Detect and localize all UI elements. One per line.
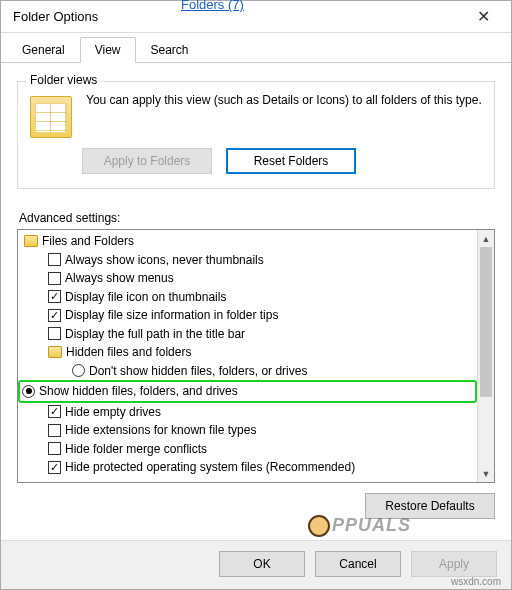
tree-group-hidden: Hidden files and folders bbox=[20, 343, 477, 362]
checkbox-icon[interactable] bbox=[48, 272, 61, 285]
tree-item[interactable]: Always show icons, never thumbnails bbox=[20, 251, 477, 270]
tree-item[interactable]: Display the full path in the title bar bbox=[20, 325, 477, 344]
tab-view[interactable]: View bbox=[80, 37, 136, 63]
scroll-thumb[interactable] bbox=[480, 247, 492, 397]
tree-item-label: Always show icons, never thumbnails bbox=[65, 251, 264, 270]
folder-views-description: You can apply this view (such as Details… bbox=[86, 92, 484, 108]
tree-item-label: Hide empty drives bbox=[65, 403, 161, 422]
checkbox-icon[interactable] bbox=[48, 327, 61, 340]
tabstrip: General View Search bbox=[1, 33, 511, 63]
tree-item[interactable]: ✓ Display file icon on thumbnails bbox=[20, 288, 477, 307]
radio-icon[interactable] bbox=[72, 364, 85, 377]
folder-icon bbox=[48, 346, 62, 358]
scroll-track[interactable] bbox=[478, 247, 494, 465]
tab-content: Folder views You can apply this view (su… bbox=[1, 63, 511, 527]
advanced-settings-tree: Files and Folders Always show icons, nev… bbox=[17, 229, 495, 483]
tree-item-label: Hide extensions for known file types bbox=[65, 421, 256, 440]
tree-item-label: Display the full path in the title bar bbox=[65, 325, 245, 344]
tab-general[interactable]: General bbox=[7, 37, 80, 62]
checkbox-icon[interactable]: ✓ bbox=[48, 405, 61, 418]
tree-item[interactable]: ✓ Hide empty drives bbox=[20, 403, 477, 422]
folder-views-legend: Folder views bbox=[26, 73, 101, 87]
apply-button: Apply bbox=[411, 551, 497, 577]
tree-item[interactable]: ✓ Hide protected operating system files … bbox=[20, 458, 477, 477]
checkbox-icon[interactable] bbox=[48, 442, 61, 455]
tree-group-label: Hidden files and folders bbox=[66, 343, 191, 362]
tree-root-label: Files and Folders bbox=[42, 232, 134, 251]
checkbox-icon[interactable] bbox=[48, 253, 61, 266]
background-link: Folders (7) bbox=[181, 0, 244, 12]
scroll-down-icon[interactable]: ▼ bbox=[478, 465, 494, 482]
tab-search[interactable]: Search bbox=[136, 37, 204, 62]
folder-views-group: Folder views You can apply this view (su… bbox=[17, 81, 495, 189]
radio-icon[interactable] bbox=[22, 385, 35, 398]
radio-label: Don't show hidden files, folders, or dri… bbox=[89, 362, 307, 381]
tree-item[interactable]: Hide folder merge conflicts bbox=[20, 440, 477, 459]
radio-label: Show hidden files, folders, and drives bbox=[39, 382, 238, 401]
tree-item-label: Hide folder merge conflicts bbox=[65, 440, 207, 459]
checkbox-icon[interactable]: ✓ bbox=[48, 461, 61, 474]
tree-item[interactable]: Always show menus bbox=[20, 269, 477, 288]
tree-item-label: Hide protected operating system files (R… bbox=[65, 458, 355, 477]
tree-root: Files and Folders bbox=[20, 232, 477, 251]
scroll-up-icon[interactable]: ▲ bbox=[478, 230, 494, 247]
tree-item-label: Display file icon on thumbnails bbox=[65, 288, 226, 307]
restore-defaults-button[interactable]: Restore Defaults bbox=[365, 493, 495, 519]
source-tag: wsxdn.com bbox=[451, 576, 501, 587]
close-button[interactable]: ✕ bbox=[463, 3, 503, 31]
ok-button[interactable]: OK bbox=[219, 551, 305, 577]
dialog-footer: OK Cancel Apply bbox=[1, 540, 511, 589]
radio-option-dont-show[interactable]: Don't show hidden files, folders, or dri… bbox=[20, 362, 477, 381]
advanced-settings-label: Advanced settings: bbox=[19, 211, 495, 225]
tree-item-label: Display file size information in folder … bbox=[65, 306, 278, 325]
tree-item-label: Always show menus bbox=[65, 269, 174, 288]
tree-item[interactable]: Hide extensions for known file types bbox=[20, 421, 477, 440]
checkbox-icon[interactable]: ✓ bbox=[48, 309, 61, 322]
tree-item[interactable]: ✓ Display file size information in folde… bbox=[20, 306, 477, 325]
scrollbar[interactable]: ▲ ▼ bbox=[477, 230, 494, 482]
folder-options-window: Folders (7) Folder Options ✕ General Vie… bbox=[0, 0, 512, 590]
checkbox-icon[interactable] bbox=[48, 424, 61, 437]
folder-grid-icon bbox=[30, 96, 72, 138]
cancel-button[interactable]: Cancel bbox=[315, 551, 401, 577]
reset-folders-button[interactable]: Reset Folders bbox=[226, 148, 356, 174]
titlebar: Folder Options ✕ bbox=[1, 1, 511, 33]
folder-icon bbox=[24, 235, 38, 247]
radio-option-show-hidden[interactable]: Show hidden files, folders, and drives bbox=[18, 380, 477, 403]
apply-to-folders-button: Apply to Folders bbox=[82, 148, 212, 174]
window-title: Folder Options bbox=[13, 9, 98, 24]
checkbox-icon[interactable]: ✓ bbox=[48, 290, 61, 303]
